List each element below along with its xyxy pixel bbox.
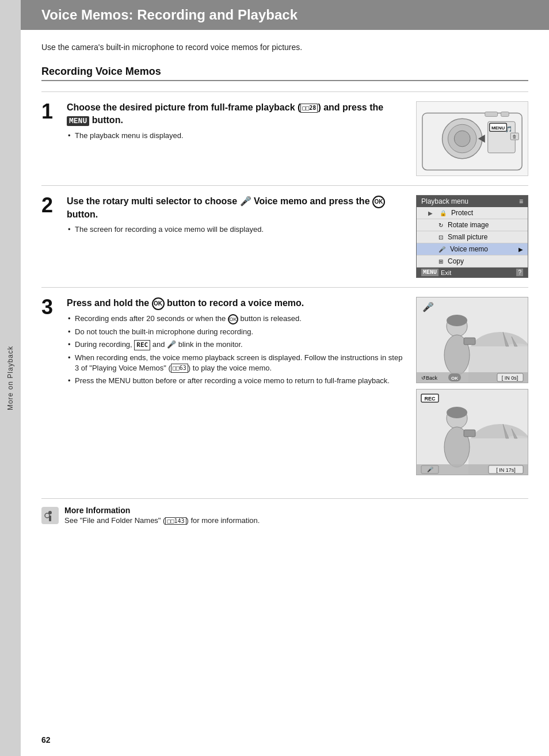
menu-item-small: ⊡ Small picture bbox=[417, 231, 528, 243]
step-1-title: Choose the desired picture from full-fra… bbox=[67, 101, 407, 127]
step-2-image: Playback menu ≡ ▶ 🔒 Protect ↻ Rotate ima… bbox=[416, 195, 528, 278]
step-2-body: Use the rotary multi selector to choose … bbox=[67, 195, 407, 237]
protect-label: Protect bbox=[451, 209, 473, 217]
svg-point-3 bbox=[454, 131, 470, 147]
copy-label: Copy bbox=[448, 257, 464, 265]
step-3-number: 3 bbox=[41, 297, 58, 318]
step-3-bullet-2: Do not touch the built-in microphone dur… bbox=[67, 327, 407, 337]
help-icon: ? bbox=[516, 269, 523, 276]
camera-svg: MENU 🎵 🗑 bbox=[417, 101, 528, 176]
sidebar: More on Playback bbox=[0, 0, 21, 756]
ref-143: □□143 bbox=[165, 517, 186, 525]
svg-rect-11 bbox=[485, 112, 498, 116]
step-3-bullets: Recording ends after 20 seconds or when … bbox=[67, 314, 407, 386]
menu-item-copy: ⊞ Copy bbox=[417, 255, 528, 268]
main-content: Voice Memos: Recording and Playback Use … bbox=[21, 0, 549, 756]
svg-text:🎵: 🎵 bbox=[505, 125, 513, 133]
step-3-row: Press and hold the OK button to record a… bbox=[67, 297, 528, 475]
menu-label-1: MENU bbox=[67, 116, 89, 126]
ok-button-icon-2: OK bbox=[152, 297, 165, 310]
svg-text:🎤: 🎤 bbox=[422, 301, 434, 312]
section-heading: Recording Voice Memos bbox=[41, 66, 528, 81]
svg-point-37 bbox=[447, 407, 467, 418]
ref-box-28: □□28 bbox=[300, 104, 318, 113]
menu-footer-label: MENU bbox=[421, 269, 439, 276]
intro-text: Use the camera's built-in microphone to … bbox=[41, 43, 528, 52]
menu-label-3: MENU bbox=[109, 376, 131, 385]
step-1-image: MENU 🎵 🗑 bbox=[416, 101, 528, 176]
step-1-number: 1 bbox=[41, 101, 58, 122]
step-3-bullet-3: During recording, REC and 🎤 blink in the… bbox=[67, 339, 407, 350]
arrow-right: ▶ bbox=[518, 246, 523, 253]
photo-illustration-2: REC [ IN 17s] 🎤 bbox=[416, 389, 528, 475]
step-1-bullet-1: The playback menu is displayed. bbox=[67, 131, 407, 141]
svg-rect-12 bbox=[501, 112, 509, 116]
step-1-bullets: The playback menu is displayed. bbox=[67, 131, 407, 141]
step-2-title: Use the rotary multi selector to choose … bbox=[67, 195, 407, 221]
photo-svg-2: REC [ IN 17s] 🎤 bbox=[417, 390, 528, 475]
info-icon-svg bbox=[41, 507, 59, 524]
voice-memo-label: Voice memo bbox=[254, 196, 307, 206]
step-3-bullet-4: When recording ends, the voice memo play… bbox=[67, 353, 407, 373]
menu-title-bar: Playback menu ≡ bbox=[417, 196, 528, 207]
svg-text:[ IN 17s]: [ IN 17s] bbox=[496, 467, 516, 473]
rotate-label: Rotate image bbox=[448, 221, 489, 229]
svg-text:[ IN  0s]: [ IN 0s] bbox=[502, 375, 518, 381]
step-3-title: Press and hold the OK button to record a… bbox=[67, 297, 407, 310]
menu-title-text: Playback menu bbox=[421, 197, 468, 205]
page-title: Voice Memos: Recording and Playback bbox=[41, 7, 528, 23]
step-3-bullet-1: Recording ends after 20 seconds or when … bbox=[67, 314, 407, 324]
svg-rect-39 bbox=[464, 430, 475, 437]
voice-label: Voice memo bbox=[450, 245, 488, 253]
ref-63: □□63 bbox=[171, 364, 188, 373]
more-info-title: More Information bbox=[64, 506, 260, 515]
step-3-images: 🎤 ↺Back OK [ IN 0s] bbox=[416, 297, 528, 475]
small-label: Small picture bbox=[448, 233, 487, 241]
step-2-bullet-1: The screen for recording a voice memo wi… bbox=[67, 224, 407, 235]
menu-title-icon: ≡ bbox=[519, 197, 523, 205]
sidebar-label: More on Playback bbox=[6, 346, 14, 410]
page-number: 62 bbox=[41, 735, 51, 744]
more-info-icon bbox=[41, 507, 59, 528]
step-1-body: Choose the desired picture from full-fra… bbox=[67, 101, 407, 143]
photo-illustration-1: 🎤 ↺Back OK [ IN 0s] bbox=[416, 297, 528, 383]
ok-inline: OK bbox=[228, 314, 238, 324]
menu-item-voice: 🎤 Voice memo ▶ bbox=[417, 243, 528, 255]
menu-footer: MENU Exit ? bbox=[417, 268, 528, 277]
more-info-text: See "File and Folder Names" (□□143) for … bbox=[64, 516, 260, 525]
svg-rect-22 bbox=[464, 338, 475, 345]
svg-point-20 bbox=[447, 315, 467, 326]
title-bar: Voice Memos: Recording and Playback bbox=[21, 0, 549, 30]
step-2-number: 2 bbox=[41, 195, 58, 216]
step-3-content: Press and hold the OK button to record a… bbox=[67, 297, 407, 475]
photo-svg-1: 🎤 ↺Back OK [ IN 0s] bbox=[417, 297, 528, 383]
camera-illustration: MENU 🎵 🗑 bbox=[416, 101, 528, 176]
protect-icon: 🔒 bbox=[440, 210, 447, 216]
rec-badge-inline: REC bbox=[134, 340, 150, 350]
svg-text:REC: REC bbox=[424, 396, 436, 402]
rotate-icon: ↻ bbox=[439, 222, 443, 228]
menu-exit-text: Exit bbox=[441, 269, 451, 276]
more-info-content: More Information See "File and Folder Na… bbox=[64, 506, 260, 525]
step-3-bullet-5: Press the MENU button before or after re… bbox=[67, 376, 407, 386]
small-icon: ⊡ bbox=[439, 234, 443, 240]
more-info-section: More Information See "File and Folder Na… bbox=[41, 498, 528, 528]
svg-text:OK: OK bbox=[451, 376, 458, 381]
ok-button-icon: OK bbox=[372, 196, 385, 208]
menu-item-rotate: ↻ Rotate image bbox=[417, 219, 528, 231]
svg-text:↺Back: ↺Back bbox=[421, 375, 438, 381]
menu-item-protect: ▶ 🔒 Protect bbox=[417, 207, 528, 219]
step-1: 1 Choose the desired picture from full-f… bbox=[41, 91, 528, 185]
svg-text:MENU: MENU bbox=[491, 125, 505, 131]
playback-menu-illustration: Playback menu ≡ ▶ 🔒 Protect ↻ Rotate ima… bbox=[416, 195, 528, 278]
svg-text:🎤: 🎤 bbox=[427, 466, 434, 473]
step-2-bullets: The screen for recording a voice memo wi… bbox=[67, 224, 407, 235]
copy-icon: ⊞ bbox=[439, 258, 443, 265]
svg-text:🗑: 🗑 bbox=[512, 134, 517, 139]
step-2: 2 Use the rotary multi selector to choos… bbox=[41, 185, 528, 287]
voice-icon: 🎤 bbox=[439, 246, 445, 253]
playback-icon: ▶ bbox=[428, 210, 436, 216]
page-wrapper: More on Playback Voice Memos: Recording … bbox=[0, 0, 549, 756]
step-3: 3 Press and hold the OK button to record… bbox=[41, 287, 528, 484]
